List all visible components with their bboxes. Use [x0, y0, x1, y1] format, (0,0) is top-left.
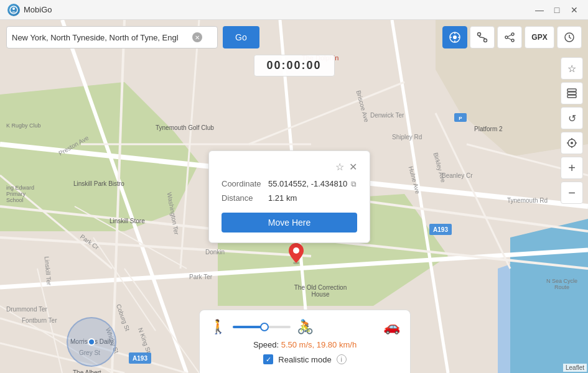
label-fontburn: Fontburn Ter	[22, 317, 57, 324]
speed-kmh: 19.80 km/h	[317, 340, 357, 349]
app-title: MobiGo	[24, 5, 52, 14]
label-park-ter: Park Ter	[189, 274, 212, 280]
svg-line-50	[508, 38, 511, 40]
label-washington: Washington Ter	[166, 192, 180, 236]
svg-point-37	[293, 247, 299, 254]
coordinate-popup: ☆ ✕ Coordinate 55.014552, -1.434810 ⧉ Di…	[208, 150, 370, 243]
svg-line-25	[75, 206, 187, 269]
svg-text:A193: A193	[133, 355, 147, 362]
realistic-mode-checkbox[interactable]: ✓	[263, 354, 273, 364]
label-n-king: N King St	[137, 327, 152, 354]
realistic-mode-info-icon[interactable]: i	[337, 354, 347, 364]
speed-slider-track	[233, 326, 291, 328]
label-old-correction: The Old CorrectionHouse	[292, 284, 348, 298]
teleport-tool-button[interactable]	[442, 26, 467, 48]
maximize-button[interactable]: □	[551, 4, 563, 16]
svg-marker-3	[0, 82, 199, 231]
speed-panel: 🚶 🚴 🚗 Speed: 5.50 m/s, 19.80 km/h ✓ Real…	[199, 310, 411, 373]
coordinate-row: Coordinate 55.014552, -1.434810 ⧉	[222, 179, 357, 188]
zoom-in-button[interactable]: +	[561, 157, 583, 179]
label-park-bistro: Linskill Park Bistro	[73, 180, 124, 187]
title-bar: MobiGo — □ ✕	[0, 0, 588, 20]
search-box: ✕	[6, 26, 218, 48]
label-briscoe: Briscoe Ave	[355, 90, 370, 123]
svg-line-28	[37, 269, 62, 373]
bike-icon[interactable]: 🚴	[297, 319, 314, 335]
svg-line-15	[112, 20, 124, 373]
svg-rect-32	[129, 352, 151, 364]
coordinate-label: Coordinate	[222, 179, 268, 188]
label-golf-club: Tynemouth Golf Club	[156, 124, 214, 131]
gpx-label: GPX	[531, 33, 547, 42]
svg-rect-54	[567, 95, 576, 98]
locate-button[interactable]	[561, 132, 583, 154]
svg-point-47	[505, 36, 508, 39]
label-drummond: Drummond Ter	[6, 306, 47, 313]
svg-line-27	[124, 269, 199, 373]
car-icon[interactable]: 🚗	[383, 319, 400, 335]
popup-star-button[interactable]: ☆	[335, 161, 344, 173]
svg-line-26	[93, 237, 156, 331]
label-sea-cycle: N Sea Cycle Route	[540, 278, 584, 290]
label-beanley: Beanley Cr	[442, 172, 472, 179]
svg-text:A193: A193	[433, 226, 448, 233]
svg-rect-53	[567, 92, 576, 94]
svg-marker-6	[498, 237, 588, 373]
realistic-mode-label: Realistic mode	[278, 355, 331, 364]
search-clear-button[interactable]: ✕	[192, 32, 202, 42]
svg-line-23	[436, 113, 510, 269]
toolbar-right: GPX	[442, 26, 582, 48]
speed-slider-thumb[interactable]	[260, 323, 269, 331]
label-hulne: Hulne Ave	[408, 165, 421, 195]
copy-icon[interactable]: ⧉	[351, 180, 357, 188]
label-park-cr: Park Cr	[79, 233, 100, 251]
distance-label: Distance	[222, 193, 268, 203]
label-linskill-ter: Linskill Ter	[44, 256, 53, 285]
svg-point-48	[511, 39, 514, 42]
leaflet-badge: Leaflet	[563, 364, 587, 372]
label-shipley: Shipley Rd	[392, 134, 422, 140]
walk-icon[interactable]: 🚶	[210, 319, 226, 335]
minimize-button[interactable]: —	[533, 4, 546, 16]
label-albert: The Albert	[73, 369, 101, 373]
app-logo: MobiGo	[7, 4, 52, 16]
svg-point-39	[453, 35, 457, 39]
map-area[interactable]: A193 A193 P The Dolphin The Old Correcti…	[0, 20, 588, 373]
coordinate-value: 55.014552, -1.434810 ⧉	[268, 179, 357, 188]
label-denwick: Denwick Ter	[370, 112, 404, 119]
svg-line-49	[508, 35, 511, 37]
label-birkley: Birkley Ave	[432, 152, 447, 183]
close-button[interactable]: ✕	[568, 4, 581, 16]
layers-button[interactable]	[561, 82, 583, 104]
go-button[interactable]: Go	[223, 26, 259, 48]
svg-point-46	[511, 33, 514, 35]
speed-ms: 5.50 m/s,	[281, 340, 314, 349]
window-controls: — □ ✕	[533, 4, 581, 16]
share-tool-button[interactable]	[497, 26, 522, 48]
map-pin[interactable]	[287, 242, 305, 269]
reset-button[interactable]: ↺	[561, 107, 583, 129]
svg-point-56	[571, 142, 573, 144]
speed-display: Speed: 5.50 m/s, 19.80 km/h	[210, 340, 400, 349]
location-circle	[67, 317, 116, 367]
transport-icons: 🚶 🚴 🚗	[210, 319, 400, 335]
svg-rect-30	[429, 224, 452, 235]
zoom-out-button[interactable]: −	[561, 182, 583, 204]
history-tool-button[interactable]	[557, 26, 582, 48]
svg-point-1	[12, 7, 15, 10]
star-button[interactable]: ☆	[561, 57, 583, 80]
route-tool-button[interactable]	[470, 26, 495, 48]
popup-close-button[interactable]: ✕	[349, 161, 357, 173]
label-preston: Preston Ave	[57, 134, 90, 157]
search-input[interactable]	[12, 33, 192, 42]
move-here-button[interactable]: Move Here	[222, 213, 357, 233]
distance-row: Distance 1.21 km	[222, 193, 357, 203]
svg-line-20	[0, 175, 112, 269]
distance-value: 1.21 km	[268, 193, 297, 203]
label-linskill-store: Linskill Store	[110, 218, 145, 224]
svg-marker-7	[510, 219, 588, 373]
popup-header: ☆ ✕	[222, 161, 357, 173]
gpx-tool-button[interactable]: GPX	[525, 26, 554, 48]
svg-rect-34	[454, 113, 467, 122]
label-rugby: K Rugby Club	[6, 122, 41, 129]
